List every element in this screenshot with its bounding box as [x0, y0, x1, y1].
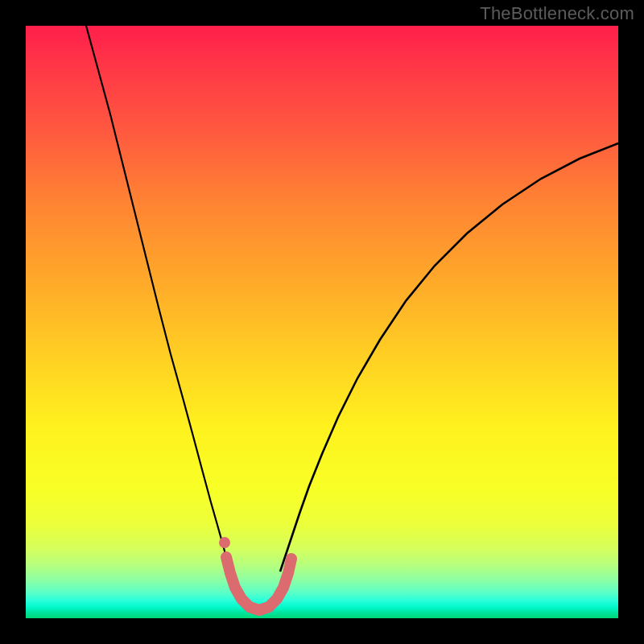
right-curve — [280, 143, 618, 572]
curve-layer — [26, 26, 618, 618]
chart-frame: TheBottleneck.com — [0, 0, 644, 644]
top-dot — [219, 537, 230, 548]
plot-area — [26, 26, 618, 618]
watermark-text: TheBottleneck.com — [480, 3, 634, 24]
left-curve — [86, 26, 230, 572]
